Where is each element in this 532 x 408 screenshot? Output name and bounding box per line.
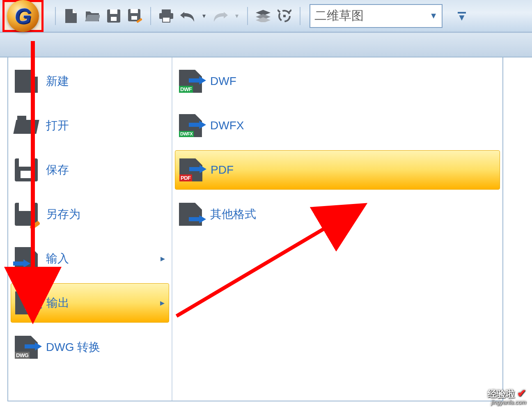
menu-item-import[interactable]: 输入 ▸ <box>11 239 169 278</box>
menu-item-label: DWFX <box>210 119 244 132</box>
menu-item-label: 打开 <box>46 118 69 133</box>
chevron-down-icon: ▼ <box>429 11 438 21</box>
separator <box>150 7 151 25</box>
menu-item-save[interactable]: 保存 <box>11 150 169 190</box>
menu-item-new[interactable]: 新建 <box>11 62 169 101</box>
open-file-icon[interactable] <box>85 8 100 24</box>
undo-icon[interactable] <box>180 8 195 24</box>
workspace-label: 二维草图 <box>314 7 364 24</box>
svg-rect-8 <box>163 17 170 22</box>
quick-access-toolbar: G ▾ ▾ <box>0 0 532 33</box>
submenu-item-dwf[interactable]: DWF DWF <box>175 62 500 101</box>
menu-item-label: 新建 <box>46 73 69 89</box>
svg-rect-1 <box>110 9 117 14</box>
app-menu-panel: 新建 打开 保存 另存为 输入 ▸ 输出 ▸ DWG <box>7 57 503 401</box>
menu-item-label: PDF <box>211 163 234 176</box>
new-file-icon <box>15 70 38 93</box>
other-format-icon <box>179 203 202 226</box>
icon-tag: PDF <box>179 174 192 181</box>
menu-item-open[interactable]: 打开 <box>11 106 169 145</box>
workspace-selector[interactable]: 二维草图 ▼ <box>310 4 443 28</box>
menu-item-label: 保存 <box>46 162 69 178</box>
save-as-icon <box>15 203 38 226</box>
menu-item-label: 另存为 <box>46 206 80 222</box>
save-icon <box>15 158 38 181</box>
submenu-arrow-icon: ▸ <box>160 298 165 308</box>
submenu-arrow-icon: ▸ <box>161 253 165 264</box>
app-button-glyph: G <box>15 5 31 27</box>
separator <box>300 7 300 25</box>
redo-dropdown-icon[interactable]: ▾ <box>234 12 240 20</box>
open-file-icon <box>15 114 38 137</box>
check-icon: ✔ <box>517 387 526 399</box>
submenu-item-other-formats[interactable]: 其他格式 <box>175 195 500 234</box>
app-menu-button[interactable]: G <box>7 0 39 32</box>
watermark-url: jingyanla.com <box>488 399 526 406</box>
menu-item-save-as[interactable]: 另存为 <box>11 195 169 234</box>
menu-item-label: 输出 <box>46 295 69 311</box>
svg-rect-5 <box>131 16 137 20</box>
icon-tag: DWG <box>15 352 30 359</box>
new-file-icon[interactable] <box>63 8 79 24</box>
save-as-icon[interactable] <box>127 8 143 24</box>
menu-item-label: 输入 <box>46 251 69 266</box>
separator <box>247 7 248 25</box>
menu-item-label: DWG 转换 <box>46 339 100 355</box>
ribbon-strip <box>0 33 532 57</box>
export-icon <box>15 291 38 314</box>
layers-icon[interactable] <box>255 8 271 24</box>
help-icon[interactable] <box>277 8 292 24</box>
redo-icon[interactable] <box>213 8 228 24</box>
dwf-file-icon: DWF <box>179 70 202 93</box>
app-menu-left-column: 新建 打开 保存 另存为 输入 ▸ 输出 ▸ DWG <box>8 57 172 401</box>
svg-rect-2 <box>111 17 117 21</box>
watermark-text: 经验啦 <box>488 389 515 399</box>
icon-tag: DWFX <box>179 131 194 137</box>
separator <box>55 7 56 25</box>
arrow-right-icon <box>189 121 206 129</box>
save-icon[interactable] <box>106 8 122 24</box>
icon-tag: DWF <box>179 86 193 93</box>
menu-item-dwg-convert[interactable]: DWG DWG 转换 <box>11 328 169 367</box>
qat-icon-group: ▾ ▾ <box>53 7 302 25</box>
arrow-right-icon <box>25 342 42 351</box>
submenu-item-pdf[interactable]: PDF PDF <box>175 150 500 190</box>
export-submenu: DWF DWF DWFX DWFX PDF PDF 其他格式 <box>172 57 502 401</box>
svg-rect-10 <box>283 15 286 17</box>
app-button-highlight: G <box>2 0 44 32</box>
menu-item-label: DWF <box>210 75 236 88</box>
dwfx-file-icon: DWFX <box>179 114 202 137</box>
arrow-right-icon <box>189 165 206 173</box>
svg-rect-4 <box>131 9 138 13</box>
arrow-right-icon <box>189 76 206 85</box>
qat-overflow-icon[interactable]: ▼ <box>457 12 466 20</box>
dwg-convert-icon: DWG <box>15 336 38 359</box>
pdf-file-icon: PDF <box>179 158 202 181</box>
submenu-item-dwfx[interactable]: DWFX DWFX <box>175 106 500 145</box>
print-icon[interactable] <box>158 8 174 24</box>
undo-dropdown-icon[interactable]: ▾ <box>201 12 207 20</box>
watermark: 经验啦 ✔ jingyanla.com <box>488 387 526 406</box>
svg-rect-6 <box>162 9 171 13</box>
menu-item-export[interactable]: 输出 ▸ <box>11 283 169 323</box>
menu-item-label: 其他格式 <box>210 206 256 222</box>
import-icon <box>15 247 38 270</box>
